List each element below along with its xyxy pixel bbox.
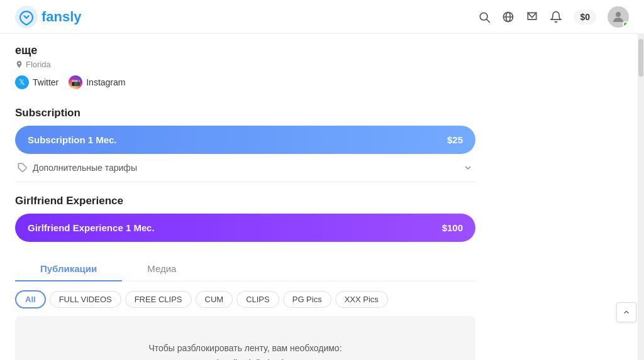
- location-text: Florida: [26, 60, 51, 69]
- subscription-button[interactable]: Subscription 1 Мес. $25: [15, 126, 475, 154]
- tab-media[interactable]: Медиа: [122, 257, 201, 281]
- profile-location: Florida: [15, 60, 475, 69]
- unlock-text: Чтобы разблокировать ленту, вам необходи…: [148, 343, 341, 353]
- scroll-up-button[interactable]: [616, 302, 636, 322]
- profile-section: еще Florida 𝕏 Twitter 📷 Instagram: [15, 34, 475, 94]
- additional-tiers-left: Дополнительные тарифы: [18, 163, 137, 173]
- filter-cum[interactable]: CUM: [196, 291, 233, 308]
- filter-all[interactable]: All: [15, 290, 46, 308]
- gf-subscription-button[interactable]: Girlfriend Experience 1 Мес. $100: [15, 214, 475, 242]
- svg-point-6: [616, 12, 621, 17]
- sub2-price: $100: [442, 222, 463, 233]
- main-content: еще Florida 𝕏 Twitter 📷 Instagram Subscr…: [0, 34, 491, 360]
- location-icon: [15, 60, 23, 68]
- filter-clips[interactable]: CLIPS: [236, 291, 279, 308]
- notification-icon[interactable]: [550, 11, 562, 23]
- profile-name: еще: [15, 44, 475, 57]
- logo-text: fansly: [42, 9, 82, 25]
- sub2-label: Girlfriend Experience 1 Мес.: [28, 222, 155, 233]
- subscription-section-title: Subscription: [15, 107, 475, 119]
- globe-icon[interactable]: [502, 11, 514, 23]
- main-tabs: Публикации Медиа: [15, 257, 475, 281]
- content-area: Чтобы разблокировать ленту, вам необходи…: [15, 316, 475, 360]
- instagram-link[interactable]: 📷 Instagram: [69, 75, 125, 89]
- instagram-icon: 📷: [69, 75, 82, 89]
- svg-line-2: [487, 19, 490, 22]
- online-dot: [623, 21, 628, 27]
- filter-pg-pics[interactable]: PG Pics: [283, 291, 331, 308]
- sub1-price: $25: [447, 134, 463, 145]
- filter-free-clips[interactable]: FREE CLIPS: [125, 291, 192, 308]
- twitter-label: Twitter: [33, 77, 58, 87]
- tag-icon: [18, 163, 28, 173]
- tabs-section: Публикации Медиа All FULL VIDEOS FREE CL…: [15, 257, 475, 360]
- instagram-label: Instagram: [86, 77, 125, 87]
- fansly-logo-icon: [15, 6, 38, 28]
- logo[interactable]: fansly: [15, 6, 82, 28]
- filter-xxx-pics[interactable]: XXX Pics: [335, 291, 388, 308]
- twitter-link[interactable]: 𝕏 Twitter: [15, 75, 58, 89]
- twitter-icon: 𝕏: [15, 75, 29, 89]
- chevron-up-icon: [622, 308, 631, 317]
- additional-tiers-label: Дополнительные тарифы: [33, 163, 137, 173]
- gf-section-title: Girlfriend Experience: [15, 195, 475, 207]
- sub1-label: Subscription 1 Мес.: [28, 134, 117, 145]
- social-links: 𝕏 Twitter 📷 Instagram: [15, 75, 475, 89]
- unlock-message: Чтобы разблокировать ленту, вам необходи…: [148, 343, 341, 360]
- header: fansly $0: [0, 0, 644, 34]
- message-icon[interactable]: [526, 11, 538, 23]
- scrollbar-thumb[interactable]: [638, 39, 643, 77]
- balance-display[interactable]: $0: [574, 9, 596, 25]
- header-icons: $0: [478, 6, 629, 28]
- chevron-down-icon: [463, 163, 473, 173]
- tab-publications[interactable]: Публикации: [15, 257, 122, 281]
- user-avatar[interactable]: [608, 6, 629, 28]
- filter-full-videos[interactable]: FULL VIDEOS: [50, 291, 121, 308]
- scrollbar-track: [638, 34, 644, 360]
- search-icon[interactable]: [478, 11, 491, 23]
- additional-tiers-row[interactable]: Дополнительные тарифы: [15, 154, 475, 182]
- filter-tags: All FULL VIDEOS FREE CLIPS CUM CLIPS PG …: [15, 281, 475, 316]
